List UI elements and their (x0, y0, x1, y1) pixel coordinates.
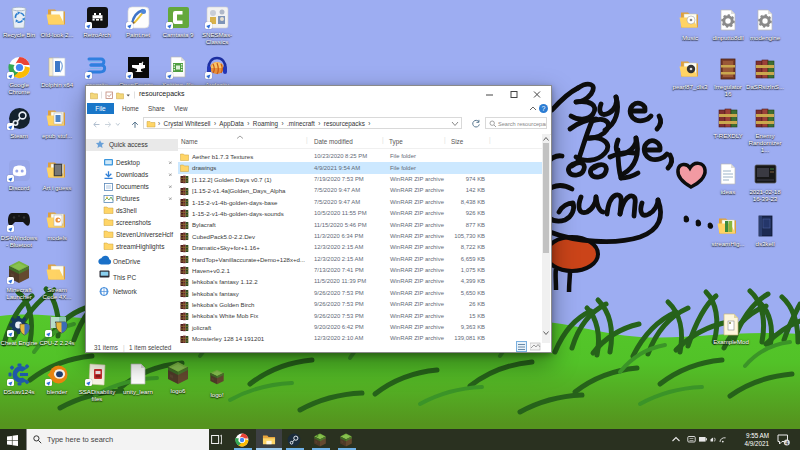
svg-text:Network: Network (113, 288, 138, 295)
svg-text:Quick access: Quick access (109, 141, 148, 149)
svg-text:Documents: Documents (116, 183, 150, 190)
svg-text:?: ? (542, 105, 546, 112)
svg-text:Downloads: Downloads (116, 171, 149, 178)
svg-text:4: 4 (785, 439, 788, 445)
svg-text:Pictures: Pictures (116, 195, 140, 202)
svg-text:screenshots: screenshots (116, 219, 152, 226)
svg-text:StevenUniverseHclf: StevenUniverseHclf (116, 231, 173, 238)
svg-text:ds3hell: ds3hell (116, 207, 137, 214)
svg-text:OneDrive: OneDrive (113, 258, 141, 265)
svg-text:This PC: This PC (113, 274, 136, 281)
svg-text:streamHighlights: streamHighlights (116, 243, 165, 251)
svg-text:Desktop: Desktop (116, 159, 140, 167)
